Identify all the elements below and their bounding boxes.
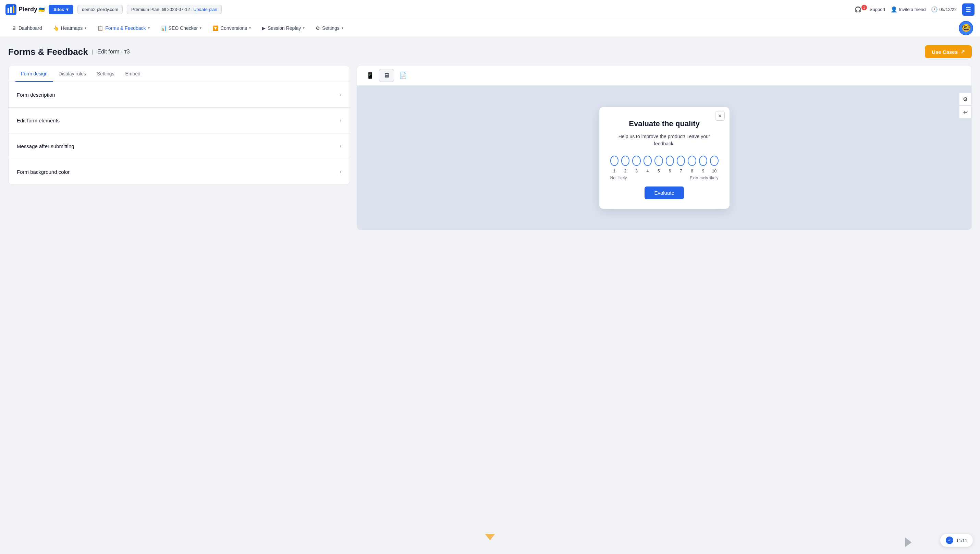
nav-heatmaps[interactable]: 👆 Heatmaps ▾ [48, 22, 91, 33]
section-message-after-submitting[interactable]: Message after submitting › [9, 133, 350, 159]
use-cases-button[interactable]: Use Cases ↗ [925, 45, 972, 58]
logo: Plerdy 🇺🇦 [5, 4, 45, 15]
document-preview-button[interactable]: 📄 [395, 69, 410, 82]
logo-text: Plerdy [19, 6, 37, 13]
rating-4[interactable] [644, 156, 652, 166]
edit-form-elements-label: Edit form elements [17, 118, 60, 123]
session-icon: ▶ [262, 25, 266, 31]
update-plan-link[interactable]: Update plan [193, 7, 217, 12]
modal-description: Help us to improve the product! Leave yo… [610, 133, 719, 147]
breadcrumb: Edit form - т3 [97, 49, 129, 55]
message-after-submitting-label: Message after submitting [17, 143, 74, 149]
bottom-status: ✓ 11/11 [940, 533, 973, 547]
notification-badge: 1 [861, 5, 867, 10]
page-header: Forms & Feedback | Edit form - т3 Use Ca… [8, 45, 972, 58]
document-icon: 📄 [399, 72, 407, 79]
nav-forms-label: Forms & Feedback [105, 25, 146, 31]
section-form-background-color[interactable]: Form background color › [9, 159, 350, 185]
nav-seo-label: SEO Checker [169, 25, 198, 31]
invite-label: Invite a friend [899, 7, 926, 12]
rating-circles [610, 156, 719, 166]
conversions-chevron-icon: ▾ [249, 26, 251, 30]
edit-form-elements-chevron-icon: › [340, 117, 341, 123]
rating-7[interactable] [677, 156, 685, 166]
rating-6[interactable] [666, 156, 674, 166]
invite-icon: 👤 [891, 6, 897, 13]
message-after-submitting-chevron-icon: › [340, 143, 341, 149]
triangle-decoration-left [485, 534, 495, 540]
desktop-preview-button[interactable]: 🖥 [379, 69, 394, 82]
content-grid: Form design Display rules Settings Embed… [8, 65, 972, 230]
tabs-row: Form design Display rules Settings Embed [9, 65, 350, 82]
sidebar-settings-icon-button[interactable]: ⚙ [959, 93, 971, 105]
rating-3[interactable] [632, 156, 640, 166]
seo-icon: 📊 [161, 25, 167, 31]
rating-8[interactable] [688, 156, 696, 166]
settings-icon: ⚙ [316, 25, 320, 31]
menu-button[interactable]: ☰ [962, 3, 975, 16]
nav-settings[interactable]: ⚙ Settings ▾ [311, 22, 348, 33]
svg-rect-4 [14, 5, 16, 7]
rating-1[interactable] [610, 156, 619, 166]
evaluate-button[interactable]: Evaluate [644, 186, 684, 199]
conversions-icon: 🔽 [212, 25, 218, 31]
triangle-decoration-right [905, 538, 912, 547]
svg-rect-1 [8, 8, 9, 13]
page-title: Forms & Feedback [8, 47, 88, 57]
form-background-color-chevron-icon: › [340, 169, 341, 175]
settings-chevron-icon: ▾ [342, 26, 344, 30]
nav-heatmaps-label: Heatmaps [61, 25, 83, 31]
nav-dashboard[interactable]: 🖥 Dashboard [7, 22, 47, 33]
preview-toolbar: 📱 🖥 📄 [357, 65, 971, 86]
not-likely-label: Not likely [610, 175, 627, 180]
form-background-color-label: Form background color [17, 169, 70, 175]
sites-button[interactable]: Sites ▾ [49, 5, 73, 14]
rating-9[interactable] [699, 156, 707, 166]
nav-dashboard-label: Dashboard [19, 25, 42, 31]
avatar-button[interactable]: 🤓 [959, 21, 973, 35]
right-panel: 📱 🖥 📄 ✕ Evaluate the quality Help us to … [357, 65, 972, 230]
tab-settings[interactable]: Settings [91, 65, 120, 82]
nav-seo[interactable]: 📊 SEO Checker ▾ [156, 22, 207, 33]
forms-chevron-icon: ▾ [148, 26, 150, 30]
heatmaps-icon: 👆 [53, 25, 59, 31]
section-form-description[interactable]: Form description › [9, 82, 350, 108]
mobile-icon: 📱 [366, 72, 374, 79]
invite-link[interactable]: 👤 Invite a friend [891, 6, 926, 13]
rating-5[interactable] [654, 156, 663, 166]
plan-badge: Premium Plan, till 2023-07-12 Update pla… [127, 5, 222, 14]
form-description-label: Form description [17, 92, 55, 98]
nav-session[interactable]: ▶ Session Replay ▾ [257, 22, 309, 33]
logo-icon [5, 4, 16, 15]
right-sidebar-icons: ⚙ ↩ [959, 93, 971, 118]
section-edit-form-elements[interactable]: Edit form elements › [9, 108, 350, 133]
modal-close-button[interactable]: ✕ [715, 111, 725, 121]
svg-rect-2 [10, 7, 12, 13]
mobile-preview-button[interactable]: 📱 [363, 69, 378, 82]
left-panel: Form design Display rules Settings Embed… [8, 65, 350, 185]
rating-2[interactable] [621, 156, 630, 166]
breadcrumb-separator: | [92, 49, 94, 54]
tab-embed[interactable]: Embed [120, 65, 146, 82]
support-link[interactable]: 🎧 1 Support [854, 6, 885, 13]
calendar-icon: 🕐 [931, 6, 938, 13]
nav-forms[interactable]: 📋 Forms & Feedback ▾ [92, 22, 154, 33]
check-icon: ✓ [946, 536, 953, 544]
topbar: Plerdy 🇺🇦 Sites ▾ demo2.plerdy.com Premi… [0, 0, 980, 19]
modal-title: Evaluate the quality [610, 119, 719, 128]
topbar-right: 🎧 1 Support 👤 Invite a friend 🕐 05/12/22… [854, 3, 975, 16]
nav-conversions[interactable]: 🔽 Conversions ▾ [208, 22, 256, 33]
preview-area: ✕ Evaluate the quality Help us to improv… [357, 86, 971, 230]
rating-10[interactable] [710, 156, 718, 166]
nav-session-label: Session Replay [267, 25, 301, 31]
sidebar-back-icon-button[interactable]: ↩ [959, 106, 971, 118]
support-icon: 🎧 [854, 6, 861, 13]
nav-conversions-label: Conversions [220, 25, 247, 31]
sites-label: Sites [54, 7, 64, 12]
support-label: Support [870, 7, 885, 12]
navbar: 🖥 Dashboard 👆 Heatmaps ▾ 📋 Forms & Feedb… [0, 19, 980, 37]
date-badge: 🕐 05/12/22 [931, 6, 957, 13]
tab-form-design[interactable]: Form design [16, 65, 53, 82]
tab-display-rules[interactable]: Display rules [53, 65, 91, 82]
progress-label: 11/11 [956, 538, 967, 543]
